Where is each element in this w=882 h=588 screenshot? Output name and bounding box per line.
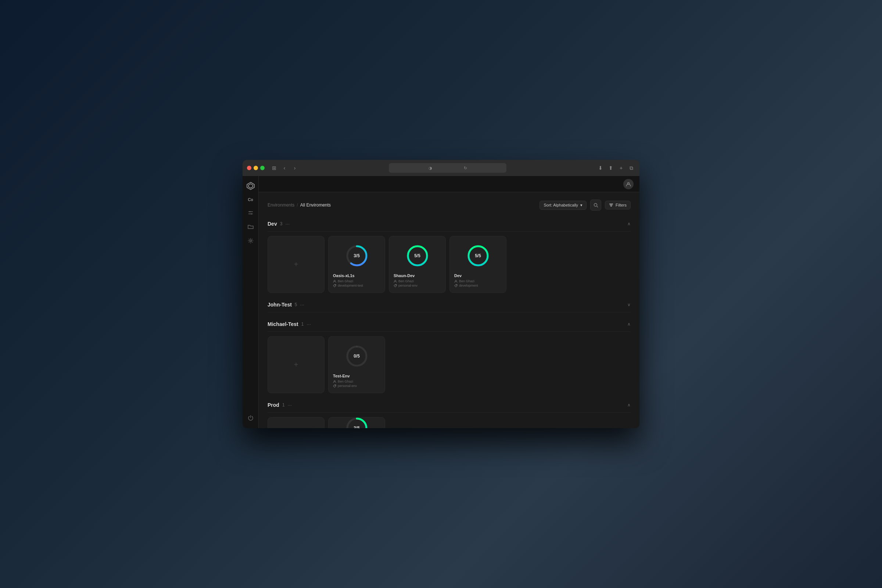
group-name-michael: Michael-Test — [267, 321, 298, 327]
maximize-button[interactable] — [260, 166, 265, 170]
breadcrumb-current: All Enviroments — [300, 202, 331, 208]
add-card-michael[interactable]: + — [267, 336, 324, 393]
card-tag-oasis: development-test — [333, 284, 380, 287]
sidebar-icon-power[interactable] — [245, 412, 256, 424]
env-card-shaun-dev[interactable]: 5/5 Shaun-Dev Ben Ghaz — [389, 236, 446, 293]
group-divider-dev — [267, 231, 631, 231]
breadcrumb-parent[interactable]: Environments — [267, 202, 294, 208]
breadcrumb: Environments / All Enviroments — [267, 202, 331, 208]
download-icon[interactable]: ⬇ — [597, 164, 604, 172]
group-menu-michael[interactable]: ··· — [306, 321, 311, 327]
card-name-test-env: Test-Env — [333, 374, 380, 378]
svg-point-5 — [250, 213, 252, 214]
donut-label-oasis: 3/5 — [354, 253, 360, 258]
add-card-dev[interactable]: + — [267, 236, 324, 293]
back-icon[interactable]: ‹ — [281, 164, 288, 172]
cards-grid-prod: + 3/5 — [267, 417, 631, 428]
svg-point-20 — [396, 285, 396, 285]
card-tag-shaun: personal-env — [394, 284, 441, 287]
card-info-shaun: Shaun-Dev Ben Ghazi — [394, 273, 441, 288]
group-menu-john[interactable]: ··· — [300, 302, 304, 308]
sidebar-label: Co — [248, 197, 253, 202]
env-card-prod-env[interactable]: 3/5 — [328, 417, 385, 428]
breadcrumb-separator: / — [297, 202, 298, 208]
group-menu-prod[interactable]: ··· — [288, 402, 292, 408]
sidebar-icon-sliders[interactable] — [245, 207, 256, 219]
group-header-left-john: John-Test 5 ··· — [267, 302, 304, 308]
group-name-prod: Prod — [267, 402, 279, 408]
sidebar-icon-settings[interactable] — [245, 235, 256, 247]
cards-grid-dev: + 3/5 — [267, 236, 631, 293]
sort-button[interactable]: Sort: Alphabetically ▾ — [540, 201, 586, 210]
card-name-shaun: Shaun-Dev — [394, 273, 441, 278]
share-icon[interactable]: ⬆ — [607, 164, 615, 172]
close-button[interactable] — [247, 166, 251, 170]
group-divider-john — [267, 312, 631, 312]
card-chart-shaun: 5/5 — [394, 241, 441, 270]
card-name-dev-env: Dev — [454, 273, 502, 278]
group-header-john[interactable]: John-Test 5 ··· ∨ — [267, 299, 631, 310]
env-card-oasis[interactable]: 3/5 Oasis-xL1s Ben Gha — [328, 236, 385, 293]
group-count-prod: 1 — [282, 402, 285, 408]
svg-marker-0 — [247, 182, 254, 190]
filters-button[interactable]: Filters — [605, 201, 631, 210]
group-chevron-john[interactable]: ∨ — [627, 302, 631, 307]
group-divider-michael — [267, 332, 631, 332]
group-header-michael[interactable]: Michael-Test 1 ··· ∧ — [267, 318, 631, 330]
group-michael-test: Michael-Test 1 ··· ∧ + — [267, 318, 631, 393]
donut-label-prod-env: 3/5 — [354, 426, 360, 428]
new-tab-icon[interactable]: + — [617, 164, 625, 172]
svg-point-28 — [335, 385, 336, 385]
card-info-test-env: Test-Env Ben Ghazi — [333, 374, 380, 388]
card-chart-test-env: 0/5 — [333, 341, 380, 371]
env-card-test-env[interactable]: 0/5 Test-Env Ben Ghazi — [328, 336, 385, 393]
group-prod: Prod 1 ··· ∧ + — [267, 399, 631, 428]
group-header-left-dev: Dev 3 ··· — [267, 221, 290, 227]
card-owner-oasis: Ben Ghazi — [333, 279, 380, 283]
top-bar — [259, 176, 639, 192]
tabs-icon[interactable]: ⧉ — [628, 164, 635, 172]
donut-shaun: 5/5 — [406, 244, 429, 267]
svg-point-24 — [456, 285, 457, 285]
card-info-oasis: Oasis-xL1s Ben Ghazi — [333, 273, 380, 288]
search-button[interactable] — [590, 200, 601, 211]
group-menu-dev[interactable]: ··· — [285, 221, 290, 227]
add-card-prod[interactable]: + — [267, 417, 324, 428]
app-logo[interactable] — [245, 180, 256, 192]
card-name-oasis: Oasis-xL1s — [333, 273, 380, 278]
group-chevron-michael[interactable]: ∧ — [627, 322, 631, 327]
group-john-test: John-Test 5 ··· ∨ — [267, 299, 631, 312]
group-chevron-dev[interactable]: ∧ — [627, 221, 631, 226]
browser-window: ⊞ ‹ › ◑ ↻ ⬇ ⬆ + ⧉ Co — [243, 160, 639, 428]
filters-label: Filters — [616, 203, 627, 207]
address-bar[interactable]: ◑ ↻ — [389, 163, 506, 173]
breadcrumb-actions: Sort: Alphabetically ▾ — [540, 200, 631, 211]
svg-marker-1 — [248, 184, 253, 188]
group-name-john: John-Test — [267, 302, 292, 308]
sidebar-toggle-icon[interactable]: ⊞ — [270, 164, 278, 172]
group-divider-prod — [267, 412, 631, 413]
donut-dev-env: 5/5 — [466, 244, 490, 267]
group-header-dev[interactable]: Dev 3 ··· ∧ — [267, 218, 631, 230]
group-header-prod[interactable]: Prod 1 ··· ∧ — [267, 399, 631, 411]
group-header-left-prod: Prod 1 ··· — [267, 402, 292, 408]
content-area: Environments / All Enviroments Sort: Alp… — [259, 192, 639, 428]
cards-grid-michael: + 0/5 — [267, 336, 631, 393]
app-body: Co — [243, 176, 639, 428]
sidebar-icon-folder[interactable] — [245, 221, 256, 232]
donut-test-env: 0/5 — [345, 344, 369, 368]
card-owner-test-env: Ben Ghazi — [333, 380, 380, 383]
user-avatar[interactable] — [623, 179, 634, 189]
donut-label-dev-env: 5/5 — [475, 253, 481, 258]
donut-label-test-env: 0/5 — [354, 354, 360, 358]
minimize-button[interactable] — [254, 166, 258, 170]
forward-icon[interactable]: › — [291, 164, 298, 172]
group-chevron-prod[interactable]: ∧ — [627, 402, 631, 408]
donut-prod-env: 3/5 — [345, 416, 369, 428]
card-tag-dev-env: development — [454, 284, 502, 287]
card-owner-dev-env: Ben Ghazi — [454, 279, 502, 283]
title-bar: ⊞ ‹ › ◑ ↻ ⬇ ⬆ + ⧉ — [243, 160, 639, 176]
env-card-dev[interactable]: 5/5 Dev Ben Ghazi — [450, 236, 506, 293]
card-owner-shaun: Ben Ghazi — [394, 279, 441, 283]
group-count-michael: 1 — [302, 322, 304, 327]
